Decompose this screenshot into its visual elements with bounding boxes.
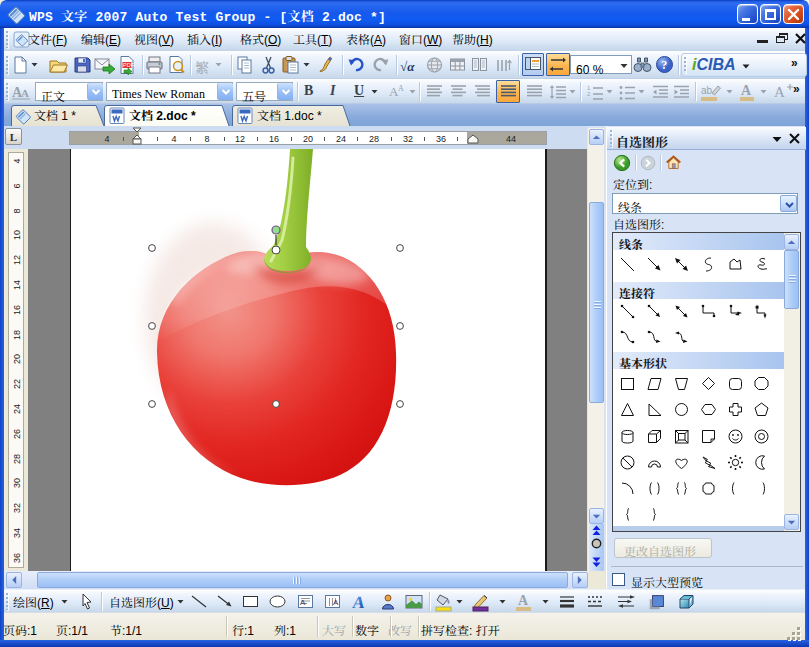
- svg-text:?: ?: [661, 58, 667, 72]
- svg-text:A: A: [741, 83, 752, 98]
- svg-text:ab: ab: [701, 85, 713, 96]
- svg-text:PDF: PDF: [123, 62, 135, 68]
- svg-text:A: A: [21, 87, 29, 99]
- svg-text:A: A: [774, 84, 785, 100]
- svg-text:2: 2: [587, 91, 591, 97]
- svg-text:A: A: [398, 84, 404, 93]
- svg-text:A: A: [300, 598, 306, 607]
- svg-text:A: A: [333, 598, 339, 607]
- svg-text:A: A: [352, 593, 367, 612]
- svg-text:A: A: [518, 593, 529, 608]
